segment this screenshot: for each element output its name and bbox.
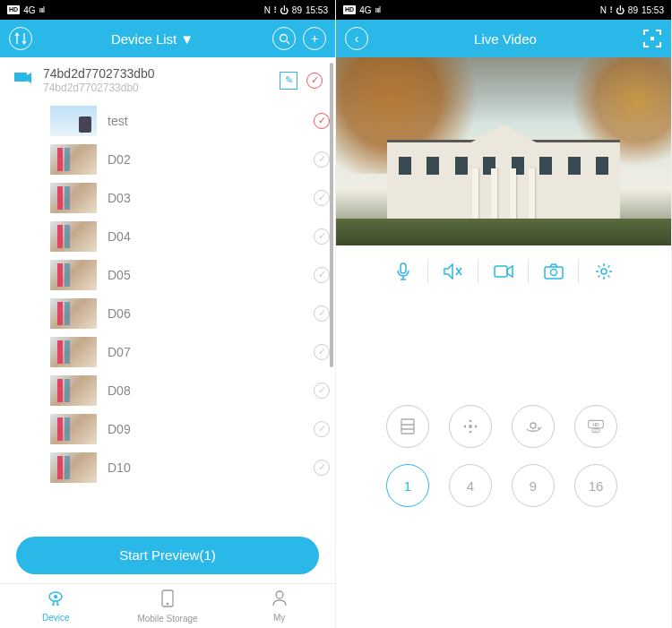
header-title[interactable]: Device List ▼ xyxy=(111,31,194,47)
edit-icon[interactable]: ✎ xyxy=(280,72,297,90)
channel-row[interactable]: D06✓ xyxy=(50,294,330,332)
snapshot-icon[interactable] xyxy=(529,260,579,283)
channel-row[interactable]: D09✓ xyxy=(50,409,330,448)
back-icon[interactable]: ‹ xyxy=(345,27,368,50)
channel-check[interactable]: ✓ xyxy=(314,383,330,399)
battery-label: 89 xyxy=(628,5,638,15)
channel-row[interactable]: D08✓ xyxy=(50,371,330,409)
channel-row[interactable]: D05✓ xyxy=(50,255,330,294)
menu-icon[interactable] xyxy=(9,27,32,50)
grid-1-button[interactable]: 1 xyxy=(386,464,429,507)
channel-thumbnail xyxy=(50,144,97,175)
svg-text:SD: SD xyxy=(594,429,599,433)
channel-check[interactable]: ✓ xyxy=(314,113,330,129)
nav-device-label: Device xyxy=(42,613,70,623)
search-icon[interactable] xyxy=(272,27,296,50)
device-text: 74bd2d7702733db0 74bd2d7702733db0 xyxy=(43,66,271,94)
phone-live-video: HD 4G ıııl N ⠇⏻ 89 15:53 ‹ Live Video xyxy=(336,0,672,628)
dropdown-icon: ▼ xyxy=(180,31,194,47)
rotate-cam-icon[interactable] xyxy=(512,405,555,448)
grid-16-button[interactable]: 16 xyxy=(574,464,617,507)
channel-thumbnail xyxy=(50,260,97,290)
channel-check[interactable]: ✓ xyxy=(314,344,330,360)
channel-check[interactable]: ✓ xyxy=(314,460,330,476)
channel-thumbnail xyxy=(50,337,97,367)
speaker-mute-icon[interactable] xyxy=(428,260,478,283)
my-nav-icon xyxy=(272,590,287,611)
channel-thumbnail xyxy=(50,221,97,252)
device-name: 74bd2d7702733db0 xyxy=(43,66,271,82)
nav-my[interactable]: My xyxy=(223,584,335,628)
add-icon[interactable]: + xyxy=(303,27,326,50)
right-body: HDSD 1 4 9 16 xyxy=(336,297,671,628)
circle-grid: HDSD 1 4 9 16 xyxy=(336,405,671,507)
hd-badge: HD xyxy=(7,5,20,14)
nav-storage[interactable]: Mobile Storage xyxy=(112,584,224,628)
grid-4-button[interactable]: 4 xyxy=(449,464,492,507)
channel-label: D04 xyxy=(108,229,303,244)
channel-list[interactable]: test✓D02✓D03✓D04✓D05✓D06✓D07✓D08✓D09✓D10… xyxy=(0,101,335,528)
channel-label: D05 xyxy=(108,268,303,282)
clock: 15:53 xyxy=(642,5,664,15)
svg-point-5 xyxy=(276,591,283,598)
playback-icon[interactable] xyxy=(386,405,429,448)
device-row[interactable]: 74bd2d7702733db0 74bd2d7702733db0 ✎ ✓ xyxy=(0,57,335,101)
svg-rect-7 xyxy=(401,263,406,273)
status-bar: HD 4G ıııl N ⠇⏻ 89 15:53 xyxy=(336,0,671,20)
bottom-nav: Device Mobile Storage My xyxy=(0,583,335,628)
settings-icon[interactable] xyxy=(579,260,629,283)
quality-icon[interactable]: HDSD xyxy=(574,405,617,448)
channel-row[interactable]: D02✓ xyxy=(50,140,330,178)
status-bar: HD 4G ıııl N ⠇⏻ 89 15:53 xyxy=(0,0,335,20)
device-nav-icon xyxy=(47,590,65,611)
grid-9-button[interactable]: 9 xyxy=(512,464,555,507)
channel-label: D03 xyxy=(108,191,303,205)
fullscreen-icon[interactable] xyxy=(642,29,662,48)
header-title: Live Video xyxy=(474,31,537,47)
battery-label: 89 xyxy=(292,5,302,15)
app-header: ‹ Live Video xyxy=(336,20,671,57)
video-container xyxy=(336,57,671,245)
svg-point-2 xyxy=(54,595,57,598)
video-feed[interactable] xyxy=(336,57,671,245)
net-label: 4G xyxy=(359,5,371,15)
record-icon[interactable] xyxy=(478,260,529,283)
channel-thumbnail xyxy=(50,106,97,136)
channel-check[interactable]: ✓ xyxy=(314,228,330,245)
channel-label: D08 xyxy=(108,383,303,398)
nav-device[interactable]: Device xyxy=(0,584,112,628)
channel-thumbnail xyxy=(50,414,97,444)
ptz-icon[interactable] xyxy=(449,405,492,448)
channel-label: D06 xyxy=(108,306,303,321)
camera-icon xyxy=(13,69,34,92)
channel-thumbnail xyxy=(50,183,97,213)
channel-row[interactable]: D10✓ xyxy=(50,448,330,486)
channel-thumbnail xyxy=(50,375,97,406)
channel-check[interactable]: ✓ xyxy=(314,305,330,322)
channel-check[interactable]: ✓ xyxy=(314,151,330,168)
svg-rect-8 xyxy=(495,266,507,277)
clock: 15:53 xyxy=(306,5,328,15)
scrollbar[interactable] xyxy=(330,63,333,367)
net-label: 4G xyxy=(23,5,35,15)
start-preview-button[interactable]: Start Preview(1) xyxy=(16,537,319,574)
channel-check[interactable]: ✓ xyxy=(314,267,330,283)
svg-rect-12 xyxy=(401,419,414,434)
svg-point-14 xyxy=(530,423,536,428)
svg-point-0 xyxy=(280,34,287,41)
svg-point-4 xyxy=(167,602,169,605)
nav-storage-label: Mobile Storage xyxy=(137,614,197,624)
channel-check[interactable]: ✓ xyxy=(314,190,330,206)
channel-row[interactable]: D03✓ xyxy=(50,178,330,217)
channel-row[interactable]: D04✓ xyxy=(50,217,330,255)
signal-icon: ıııl xyxy=(375,5,380,14)
channel-row[interactable]: test✓ xyxy=(50,101,330,140)
channel-check[interactable]: ✓ xyxy=(314,421,330,437)
channel-label: D09 xyxy=(108,422,303,436)
device-check[interactable]: ✓ xyxy=(306,73,323,89)
channel-label: test xyxy=(108,114,303,128)
mic-icon[interactable] xyxy=(378,260,428,283)
channel-row[interactable]: D07✓ xyxy=(50,332,330,371)
channel-label: D10 xyxy=(108,460,303,475)
storage-nav-icon xyxy=(161,589,174,612)
